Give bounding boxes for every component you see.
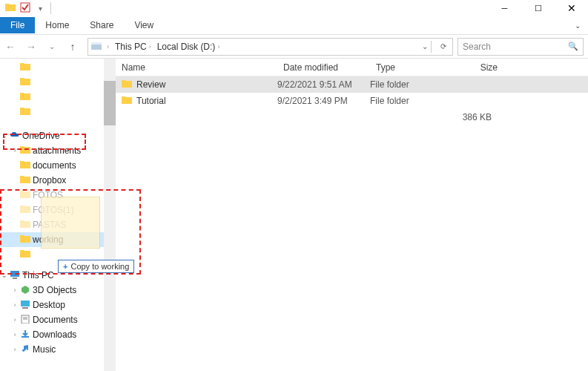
- refresh-button[interactable]: ⟳: [437, 42, 449, 50]
- folder-icon: [116, 96, 136, 106]
- summary-row: 386 KB: [116, 109, 588, 125]
- drag-tooltip-text: Copy to working: [70, 262, 129, 271]
- drag-tooltip: + Copy to working: [58, 260, 134, 273]
- tree-item-music[interactable]: ›Music: [0, 342, 104, 357]
- tab-home[interactable]: Home: [35, 17, 79, 33]
- maximize-button[interactable]: ☐: [521, 0, 555, 16]
- file-date: 9/22/2021 9:51 AM: [277, 79, 370, 90]
- file-list: Name Date modified Type Size Review 9/22…: [116, 59, 588, 371]
- properties-icon[interactable]: [18, 2, 33, 15]
- search-icon[interactable]: 🔍: [568, 42, 578, 51]
- tab-share[interactable]: Share: [79, 17, 124, 33]
- drag-ghost: [41, 197, 100, 249]
- tree-item[interactable]: [0, 90, 104, 105]
- ribbon-tabs: File Home Share View ⌄: [0, 16, 588, 35]
- tree-scrollbar[interactable]: [104, 59, 116, 371]
- recent-locations-dropdown[interactable]: ⌄: [42, 42, 62, 50]
- breadcrumb-this-pc[interactable]: This PC›: [112, 42, 154, 52]
- list-header: Name Date modified Type Size: [116, 59, 588, 76]
- tree-item[interactable]: [0, 75, 104, 90]
- nav-bar: ← → ⌄ ↑ › This PC› Local Disk (D:)› ⌄ ⟳ …: [0, 35, 588, 59]
- up-button[interactable]: ↑: [62, 41, 83, 53]
- column-date[interactable]: Date modified: [277, 62, 370, 73]
- scrollbar-thumb[interactable]: [104, 81, 116, 125]
- file-name: Tutorial: [136, 96, 277, 106]
- file-row-review[interactable]: Review 9/22/2021 9:51 AM File folder: [116, 76, 588, 93]
- qat-dropdown-icon[interactable]: ▾: [33, 4, 47, 13]
- folder-icon: [3, 3, 18, 13]
- title-bar: ▾ ─ ☐ ✕: [0, 0, 588, 16]
- ribbon-collapse-icon[interactable]: ⌄: [575, 22, 588, 30]
- tree-item[interactable]: [0, 60, 104, 75]
- address-bar[interactable]: › This PC› Local Disk (D:)› ⌄ ⟳: [87, 38, 453, 56]
- breadcrumb-root[interactable]: ›: [102, 43, 112, 50]
- window-controls: ─ ☐ ✕: [488, 0, 588, 16]
- separator: [50, 2, 51, 14]
- plus-icon: +: [63, 262, 67, 271]
- tree-item-downloads[interactable]: ›Downloads: [0, 327, 104, 342]
- tab-view[interactable]: View: [124, 17, 164, 33]
- tree-item-attachments[interactable]: ›attachments: [0, 143, 104, 158]
- tree-item-onedrive[interactable]: ⌄OneDrive: [0, 128, 104, 143]
- file-type: File folder: [370, 96, 444, 106]
- tree-item[interactable]: [0, 105, 104, 119]
- file-type: File folder: [370, 79, 444, 90]
- tree-item-desktop[interactable]: ›Desktop: [0, 298, 104, 312]
- address-dropdown-icon[interactable]: ⌄: [419, 42, 431, 50]
- tab-file[interactable]: File: [0, 17, 35, 33]
- file-row-tutorial[interactable]: Tutorial 9/2/2021 3:49 PM File folder: [116, 93, 588, 109]
- minimize-button[interactable]: ─: [488, 0, 521, 16]
- close-button[interactable]: ✕: [555, 0, 588, 16]
- folder-icon: [116, 79, 136, 90]
- file-name: Review: [136, 79, 277, 90]
- breadcrumb-local-disk[interactable]: Local Disk (D:)›: [154, 42, 223, 52]
- search-placeholder: Search: [463, 42, 491, 52]
- column-name[interactable]: Name: [116, 62, 277, 73]
- tree-item-documents[interactable]: documents: [0, 158, 104, 173]
- back-button[interactable]: ←: [0, 41, 21, 53]
- drive-icon: [91, 42, 102, 52]
- tree-item-dropbox[interactable]: Dropbox: [0, 173, 104, 188]
- tree-item-3d-objects[interactable]: ›3D Objects: [0, 283, 104, 298]
- column-type[interactable]: Type: [370, 62, 444, 73]
- forward-button[interactable]: →: [21, 41, 42, 53]
- column-size[interactable]: Size: [444, 62, 503, 73]
- tree-item-documents-lib[interactable]: ›Documents: [0, 312, 104, 327]
- summary-size: 386 KB: [444, 112, 503, 122]
- search-input[interactable]: Search 🔍: [457, 38, 584, 56]
- file-date: 9/2/2021 3:49 PM: [277, 96, 370, 106]
